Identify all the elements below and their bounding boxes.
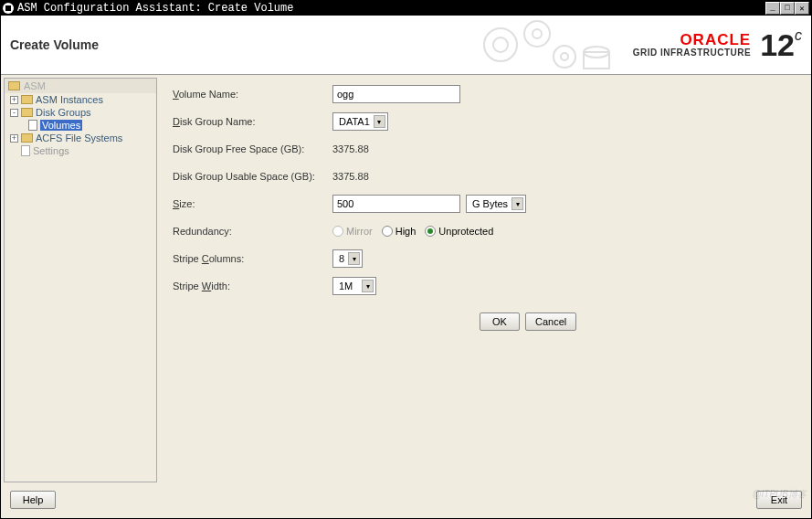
stripe-width-label: Stripe Width:: [173, 281, 332, 291]
size-unit-select[interactable]: G Bytes ▾: [466, 195, 526, 213]
minimize-button[interactable]: _: [765, 2, 780, 15]
titlebar: ASM Configuration Assistant: Create Volu…: [1, 1, 811, 16]
svg-point-0: [484, 28, 517, 61]
disk-group-label: Disk Group Name:: [173, 116, 332, 127]
svg-point-3: [533, 29, 542, 38]
close-button[interactable]: ✕: [795, 2, 809, 15]
window-title: ASM Configuration Assistant: Create Volu…: [17, 2, 293, 15]
cancel-button[interactable]: Cancel: [525, 312, 576, 331]
radio-unprotected[interactable]: Unprotected: [425, 226, 493, 237]
footer: Help Exit: [1, 485, 811, 518]
svg-point-5: [561, 53, 568, 60]
chevron-down-icon: ▾: [374, 115, 385, 128]
radio-mirror: Mirror: [332, 226, 373, 237]
size-input[interactable]: [332, 195, 460, 213]
app-icon: [3, 3, 14, 14]
brand-subtitle: GRID INFRASTRUCTURE: [633, 48, 752, 58]
form-panel: Volume Name: Disk Group Name: DATA1 ▾ Di…: [160, 75, 811, 485]
free-space-value: 3375.88: [332, 143, 369, 154]
oracle-text: ORACLE: [633, 32, 752, 48]
file-icon: [28, 120, 37, 131]
svg-point-2: [524, 21, 550, 47]
stripe-columns-label: Stripe Columns:: [173, 253, 332, 264]
help-button[interactable]: Help: [10, 491, 56, 509]
radio-high[interactable]: High: [382, 226, 417, 237]
version-badge: 12c: [760, 27, 802, 63]
svg-point-1: [493, 37, 508, 52]
tree-root[interactable]: ASM: [5, 79, 156, 93]
page-icon: [21, 145, 30, 156]
expand-icon[interactable]: +: [10, 134, 18, 143]
folder-icon: [8, 81, 20, 90]
radio-icon: [332, 226, 343, 237]
sidebar-item-disk-groups[interactable]: - Disk Groups: [8, 106, 156, 119]
redundancy-radio-group: Mirror High Unprotected: [332, 226, 493, 237]
sidebar-item-asm-instances[interactable]: + ASM Instances: [8, 93, 156, 106]
radio-icon: [382, 226, 393, 237]
disk-group-select[interactable]: DATA1 ▾: [332, 112, 388, 131]
redundancy-label: Redundancy:: [173, 226, 332, 237]
free-space-label: Disk Group Free Space (GB):: [173, 143, 332, 154]
expand-icon[interactable]: +: [10, 96, 18, 104]
stripe-columns-select[interactable]: 8 ▾: [332, 249, 363, 268]
size-label: Size:: [173, 198, 332, 209]
usable-space-value: 3375.88: [332, 171, 369, 182]
sidebar-item-volumes[interactable]: Volumes: [8, 119, 156, 132]
sidebar-item-acfs[interactable]: + ACFS File Systems: [8, 132, 156, 144]
maximize-button[interactable]: □: [780, 2, 795, 15]
chevron-down-icon: ▾: [511, 197, 523, 210]
header: Create Volume ORACLE GRID INFRASTRUCTURE…: [1, 16, 811, 75]
watermark: @ITPUB博客: [752, 488, 807, 501]
usable-space-label: Disk Group Usable Space (GB):: [173, 171, 332, 182]
collapse-icon[interactable]: -: [10, 109, 18, 117]
volume-name-input[interactable]: [332, 85, 460, 103]
volume-name-label: Volume Name:: [173, 89, 332, 100]
folder-icon: [21, 133, 33, 143]
sidebar: ASM + ASM Instances - Disk Groups Volume…: [4, 78, 157, 482]
brand-logo: ORACLE GRID INFRASTRUCTURE: [633, 32, 755, 58]
radio-icon: [425, 226, 436, 237]
chevron-down-icon: ▾: [348, 252, 360, 265]
ok-button[interactable]: OK: [480, 312, 520, 331]
gears-decoration: [473, 16, 619, 75]
page-title: Create Volume: [10, 37, 99, 52]
chevron-down-icon: ▾: [362, 280, 374, 292]
sidebar-item-settings: Settings: [8, 144, 156, 157]
folder-icon: [21, 108, 33, 117]
stripe-width-select[interactable]: 1M ▾: [332, 277, 376, 295]
svg-point-4: [554, 46, 575, 68]
folder-icon: [21, 95, 33, 104]
svg-rect-7: [584, 52, 609, 69]
